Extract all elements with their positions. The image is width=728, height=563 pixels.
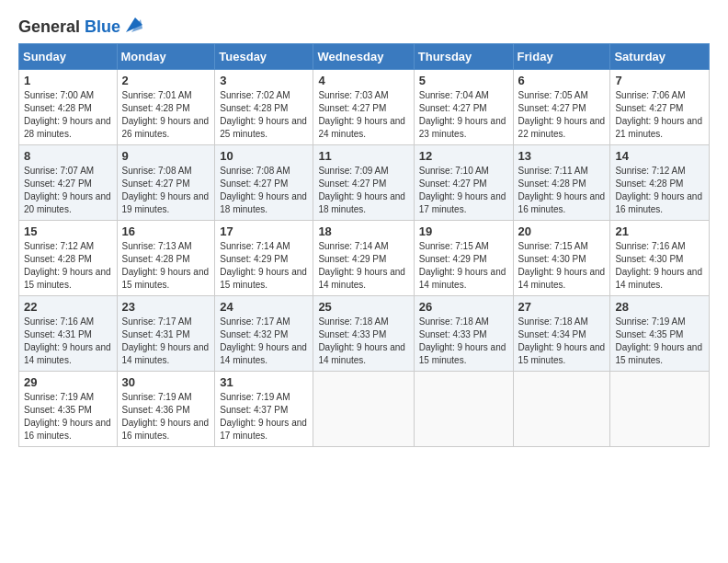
day-info: Sunrise: 7:15 AMSunset: 4:29 PMDaylight:… [419, 241, 506, 290]
day-number: 16 [122, 224, 210, 238]
calendar-cell: 11 Sunrise: 7:09 AMSunset: 4:27 PMDaylig… [313, 145, 414, 221]
day-info: Sunrise: 7:08 AMSunset: 4:27 PMDaylight:… [220, 166, 307, 214]
calendar-cell: 27 Sunrise: 7:18 AMSunset: 4:34 PMDaylig… [513, 296, 610, 372]
day-number: 2 [122, 74, 210, 87]
day-info: Sunrise: 7:01 AMSunset: 4:28 PMDaylight:… [122, 90, 210, 139]
header-friday: Friday [513, 44, 610, 70]
day-info: Sunrise: 7:18 AMSunset: 4:33 PMDaylight:… [318, 316, 405, 365]
logo: General Blue [18, 18, 142, 36]
calendar-cell: 19 Sunrise: 7:15 AMSunset: 4:29 PMDaylig… [414, 221, 513, 296]
calendar-cell: 1 Sunrise: 7:00 AMSunset: 4:28 PMDayligh… [19, 70, 118, 145]
day-number: 15 [24, 224, 112, 238]
header-thursday: Thursday [414, 44, 513, 70]
day-number: 8 [24, 149, 112, 163]
day-info: Sunrise: 7:10 AMSunset: 4:27 PMDaylight:… [419, 166, 506, 214]
calendar-table: SundayMondayTuesdayWednesdayThursdayFrid… [18, 43, 710, 447]
day-number: 26 [419, 300, 508, 314]
calendar-week-row: 8 Sunrise: 7:07 AMSunset: 4:27 PMDayligh… [19, 145, 710, 221]
day-info: Sunrise: 7:19 AMSunset: 4:35 PMDaylight:… [24, 392, 111, 441]
day-info: Sunrise: 7:11 AMSunset: 4:28 PMDaylight:… [518, 166, 606, 214]
calendar-cell: 12 Sunrise: 7:10 AMSunset: 4:27 PMDaylig… [414, 145, 513, 221]
day-info: Sunrise: 7:02 AMSunset: 4:28 PMDaylight:… [220, 90, 307, 139]
day-number: 24 [220, 300, 308, 314]
header-monday: Monday [117, 44, 215, 70]
day-number: 3 [220, 74, 308, 87]
calendar-week-row: 1 Sunrise: 7:00 AMSunset: 4:28 PMDayligh… [19, 70, 710, 145]
day-number: 27 [518, 300, 606, 314]
calendar-cell [414, 372, 513, 447]
calendar-cell [313, 372, 414, 447]
calendar-cell: 3 Sunrise: 7:02 AMSunset: 4:28 PMDayligh… [215, 70, 313, 145]
day-number: 5 [419, 74, 508, 87]
day-number: 1 [24, 74, 112, 87]
calendar-cell: 26 Sunrise: 7:18 AMSunset: 4:33 PMDaylig… [414, 296, 513, 372]
day-number: 10 [220, 149, 308, 163]
calendar-cell: 4 Sunrise: 7:03 AMSunset: 4:27 PMDayligh… [313, 70, 414, 145]
logo-blue-text: Blue [85, 17, 120, 36]
calendar-cell: 28 Sunrise: 7:19 AMSunset: 4:35 PMDaylig… [610, 296, 710, 372]
day-info: Sunrise: 7:09 AMSunset: 4:27 PMDaylight:… [318, 166, 405, 214]
day-number: 13 [518, 149, 606, 163]
logo-bird-icon [122, 16, 142, 36]
calendar-cell: 20 Sunrise: 7:15 AMSunset: 4:30 PMDaylig… [513, 221, 610, 296]
day-info: Sunrise: 7:03 AMSunset: 4:27 PMDaylight:… [318, 90, 405, 139]
calendar-week-row: 22 Sunrise: 7:16 AMSunset: 4:31 PMDaylig… [19, 296, 710, 372]
day-info: Sunrise: 7:16 AMSunset: 4:30 PMDaylight:… [615, 241, 702, 290]
day-info: Sunrise: 7:17 AMSunset: 4:31 PMDaylight:… [122, 316, 210, 365]
header-tuesday: Tuesday [215, 44, 313, 70]
day-info: Sunrise: 7:13 AMSunset: 4:28 PMDaylight:… [122, 241, 210, 290]
day-info: Sunrise: 7:06 AMSunset: 4:27 PMDaylight:… [615, 90, 702, 139]
calendar-cell: 16 Sunrise: 7:13 AMSunset: 4:28 PMDaylig… [117, 221, 215, 296]
calendar-week-row: 29 Sunrise: 7:19 AMSunset: 4:35 PMDaylig… [19, 372, 710, 447]
calendar-cell: 15 Sunrise: 7:12 AMSunset: 4:28 PMDaylig… [19, 221, 118, 296]
day-number: 17 [220, 224, 308, 238]
calendar-cell: 14 Sunrise: 7:12 AMSunset: 4:28 PMDaylig… [610, 145, 710, 221]
day-number: 18 [318, 224, 408, 238]
calendar-cell: 5 Sunrise: 7:04 AMSunset: 4:27 PMDayligh… [414, 70, 513, 145]
day-number: 29 [24, 375, 112, 389]
day-info: Sunrise: 7:14 AMSunset: 4:29 PMDaylight:… [318, 241, 405, 290]
calendar-cell: 29 Sunrise: 7:19 AMSunset: 4:35 PMDaylig… [19, 372, 118, 447]
calendar-week-row: 15 Sunrise: 7:12 AMSunset: 4:28 PMDaylig… [19, 221, 710, 296]
day-info: Sunrise: 7:18 AMSunset: 4:34 PMDaylight:… [518, 316, 606, 365]
day-number: 23 [122, 300, 210, 314]
calendar-cell: 7 Sunrise: 7:06 AMSunset: 4:27 PMDayligh… [610, 70, 710, 145]
day-number: 4 [318, 74, 408, 87]
day-number: 21 [615, 224, 704, 238]
day-number: 20 [518, 224, 606, 238]
day-info: Sunrise: 7:19 AMSunset: 4:37 PMDaylight:… [220, 392, 307, 441]
day-number: 12 [419, 149, 508, 163]
day-info: Sunrise: 7:14 AMSunset: 4:29 PMDaylight:… [220, 241, 307, 290]
logo-text: General [18, 17, 85, 36]
day-info: Sunrise: 7:15 AMSunset: 4:30 PMDaylight:… [518, 241, 606, 290]
header-saturday: Saturday [610, 44, 710, 70]
day-number: 28 [615, 300, 704, 314]
calendar-cell: 13 Sunrise: 7:11 AMSunset: 4:28 PMDaylig… [513, 145, 610, 221]
calendar-cell [513, 372, 610, 447]
day-info: Sunrise: 7:19 AMSunset: 4:35 PMDaylight:… [615, 316, 702, 365]
calendar-cell: 25 Sunrise: 7:18 AMSunset: 4:33 PMDaylig… [313, 296, 414, 372]
calendar-cell: 6 Sunrise: 7:05 AMSunset: 4:27 PMDayligh… [513, 70, 610, 145]
day-number: 25 [318, 300, 408, 314]
day-info: Sunrise: 7:12 AMSunset: 4:28 PMDaylight:… [615, 166, 702, 214]
day-number: 19 [419, 224, 508, 238]
day-info: Sunrise: 7:08 AMSunset: 4:27 PMDaylight:… [122, 166, 210, 214]
day-number: 31 [220, 375, 308, 389]
calendar-header-row: SundayMondayTuesdayWednesdayThursdayFrid… [19, 44, 710, 70]
calendar-cell: 2 Sunrise: 7:01 AMSunset: 4:28 PMDayligh… [117, 70, 215, 145]
calendar-cell: 9 Sunrise: 7:08 AMSunset: 4:27 PMDayligh… [117, 145, 215, 221]
calendar-cell: 30 Sunrise: 7:19 AMSunset: 4:36 PMDaylig… [117, 372, 215, 447]
day-info: Sunrise: 7:05 AMSunset: 4:27 PMDaylight:… [518, 90, 606, 139]
day-info: Sunrise: 7:04 AMSunset: 4:27 PMDaylight:… [419, 90, 506, 139]
day-number: 6 [518, 74, 606, 87]
header-sunday: Sunday [19, 44, 118, 70]
header-wednesday: Wednesday [313, 44, 414, 70]
day-info: Sunrise: 7:12 AMSunset: 4:28 PMDaylight:… [24, 241, 111, 290]
calendar-cell: 18 Sunrise: 7:14 AMSunset: 4:29 PMDaylig… [313, 221, 414, 296]
calendar-cell: 8 Sunrise: 7:07 AMSunset: 4:27 PMDayligh… [19, 145, 118, 221]
day-number: 30 [122, 375, 210, 389]
calendar-cell [610, 372, 710, 447]
day-number: 22 [24, 300, 112, 314]
calendar-cell: 17 Sunrise: 7:14 AMSunset: 4:29 PMDaylig… [215, 221, 313, 296]
day-info: Sunrise: 7:16 AMSunset: 4:31 PMDaylight:… [24, 316, 111, 365]
